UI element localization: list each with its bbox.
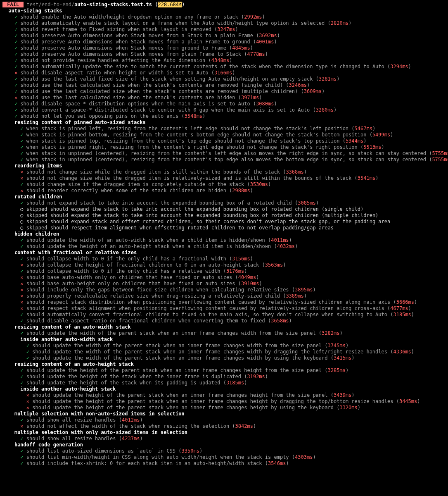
test-title: should update the height of the stack wh… — [26, 380, 220, 386]
test-duration: 3745ms — [328, 343, 346, 348]
test-row: ✓ should enable the Auto width/height dr… — [2, 14, 446, 20]
test-row: ✕ should include only the gaps between f… — [2, 287, 446, 293]
test-row: ✓ should update the width of the parent … — [2, 343, 446, 349]
fail-icon: ✕ — [26, 398, 29, 404]
suite-name: rotated children — [14, 194, 62, 200]
pass-icon: ✓ — [20, 200, 23, 206]
test-title: when stack is pinned right, resizing fro… — [26, 144, 358, 150]
fail-icon: ✕ — [26, 392, 29, 398]
test-title: should disable aspect ratio on fractiona… — [26, 318, 265, 324]
test-title: skipped should respect item alignment wh… — [26, 225, 334, 231]
test-row: ✕ should base auto-width only on childre… — [2, 274, 446, 281]
pass-icon: ✓ — [20, 318, 23, 324]
test-duration: 3085ms — [298, 200, 315, 206]
suite-name: resizing content of pinned auto-sized st… — [14, 119, 146, 125]
suite-name: multiple selection with non-auto-sized i… — [14, 411, 185, 417]
test-duration: 3666ms — [396, 299, 414, 305]
pass-icon: ✓ — [20, 256, 23, 262]
test-row: ✓ should convert a space-* distributed s… — [2, 107, 446, 113]
test-title: should enable the Auto width/height drop… — [20, 14, 238, 20]
test-title: should update the height of the parent s… — [32, 398, 393, 404]
pass-icon: ✓ — [20, 454, 23, 460]
status-badge: FAIL — [2, 2, 24, 7]
test-duration: 3541ms — [358, 175, 375, 181]
pass-icon: ✓ — [26, 355, 29, 361]
test-duration: 5499ms — [372, 132, 390, 138]
test-duration: 5344ms — [346, 138, 363, 144]
pass-icon: ✓ — [20, 312, 23, 317]
test-duration: 2988ms — [232, 188, 250, 193]
test-row: ✓ should update the width of the parent … — [2, 330, 446, 336]
test-row: ✕ should respect stack alignment when po… — [2, 305, 446, 312]
fail-icon: ✕ — [20, 175, 23, 181]
test-title: skipped should expand the stack to take … — [26, 206, 363, 212]
test-title: should convert a space-* distributed sta… — [20, 107, 310, 113]
test-title: when stack in unpinned (centered), resiz… — [26, 150, 426, 156]
test-duration: 3548ms — [185, 113, 202, 119]
test-title: should update the width of the parent st… — [32, 355, 327, 361]
test-row: ✕ should base auto-height only on childr… — [2, 281, 446, 287]
test-title: skipped should expand the stack to take … — [26, 212, 379, 218]
test-row: ✓ should list min-width/height in CSS al… — [2, 454, 446, 460]
suite-header: rotated children — [2, 194, 446, 200]
test-duration: 4032ms — [277, 243, 295, 249]
pass-icon: ✓ — [20, 138, 23, 144]
test-title: should automatically update the size to … — [20, 64, 384, 69]
test-duration: 4336ms — [393, 349, 411, 355]
test-title: should update the height of the parent s… — [32, 405, 334, 410]
pass-icon: ✓ — [20, 460, 23, 466]
suite-header: multiple selection with non-auto-sized i… — [2, 411, 446, 417]
pass-icon: ✓ — [20, 157, 23, 162]
test-row: ✓ should automatically enable stack layo… — [2, 20, 446, 26]
test-duration: 4845ms — [232, 45, 250, 51]
test-duration: 3910ms — [241, 281, 259, 286]
test-title: should respect stack alignment when posi… — [26, 305, 384, 311]
test-title: should not change size while the dragged… — [26, 169, 280, 175]
fail-icon: ✕ — [20, 287, 23, 293]
test-row: ✕ should collapse the height of fraction… — [2, 262, 446, 268]
test-title: when stack in unpinned (centered), resiz… — [26, 157, 426, 162]
test-title: should respect stack distribution when p… — [26, 299, 390, 305]
test-title: should collapse width to 0 if the only c… — [26, 268, 220, 274]
test-title: should show all resize handles — [26, 436, 116, 441]
test-row: ✕ should reorder correctly when some of … — [2, 188, 446, 194]
test-duration: 4001ms — [256, 39, 274, 45]
test-title: should collapse the height of fractional… — [26, 262, 259, 268]
test-duration: 3166ms — [214, 70, 232, 76]
fail-icon: ✕ — [20, 305, 23, 311]
file-path-prefix: test/end-to-end/ — [27, 2, 75, 7]
test-title: should disable space-* distribution opti… — [20, 101, 250, 107]
test-title: should not expand stack to take into acc… — [26, 200, 292, 206]
test-title: should update the height of an auto-heig… — [26, 243, 271, 249]
test-duration: 4677ms — [390, 305, 408, 311]
test-duration: 3563ms — [265, 262, 283, 268]
test-duration: 3176ms — [226, 268, 244, 274]
test-title: should preserve Auto dimensions when Sta… — [20, 51, 241, 57]
test-title: should base auto-width only on children … — [26, 274, 232, 280]
test-title: when stack is pinned left, resizing from… — [26, 126, 348, 131]
test-duration: 4237ms — [122, 436, 140, 441]
test-row: ✓ when stack in unpinned (centered), res… — [2, 150, 446, 157]
test-row: ○ skipped should expand stack and offset… — [2, 219, 446, 225]
test-row: ✓ should update the width of the parent … — [2, 349, 446, 355]
test-row: ○ skipped should expand the stack to tak… — [2, 206, 446, 212]
test-duration: 5513ms — [363, 144, 381, 150]
suite-header: resizing content of an auto-height stack — [2, 361, 446, 367]
file-header: FAIL test/end-to-end/auto-sizing-stacks.… — [2, 2, 446, 8]
test-title: should update the height of the parent s… — [26, 367, 322, 373]
pass-icon: ✓ — [20, 374, 23, 379]
suite-header: multiple selection with only auto-sized … — [2, 429, 446, 436]
test-duration: 3842ms — [235, 423, 253, 429]
test-title: should preserve Auto dimensions when Sta… — [20, 39, 250, 45]
test-title: should use the last valid fixed size of … — [20, 76, 313, 82]
test-row: ✓ should change size if the dragged item… — [2, 181, 446, 188]
test-title: should include only the gaps between fix… — [26, 287, 289, 293]
test-title: should properly recalculate relative siz… — [26, 293, 280, 299]
fail-icon: ✕ — [20, 188, 23, 193]
test-row: ✓ should preserve Auto dimensions when S… — [2, 39, 446, 45]
test-row: ✓ should preserve Auto dimensions when S… — [2, 51, 446, 57]
test-row: ✓ should collapse width to 0 if the only… — [2, 268, 446, 274]
test-row: ✓ should list auto-sized dimensions as `… — [2, 448, 446, 454]
pass-icon: ✓ — [20, 417, 23, 423]
fail-icon: ✕ — [20, 423, 23, 429]
